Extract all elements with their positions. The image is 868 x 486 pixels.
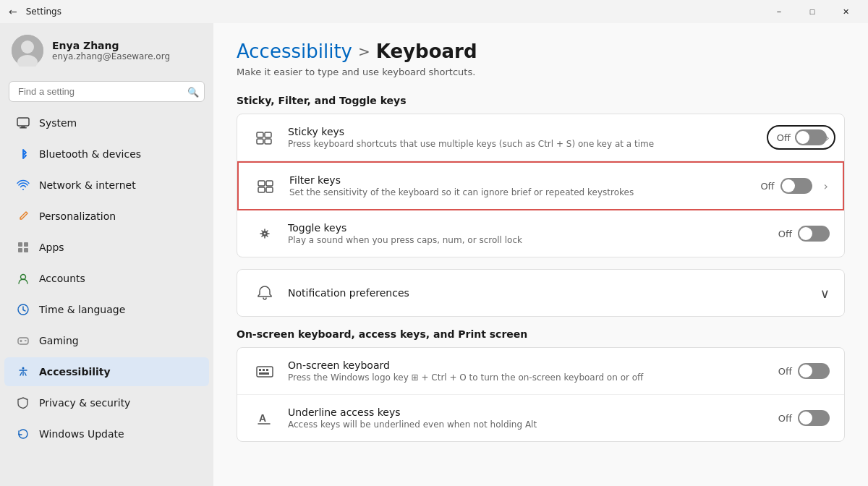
toggle-keys-icon — [252, 221, 278, 247]
gaming-icon — [16, 333, 30, 348]
underline-access-keys-row[interactable]: A Underline access keys Access keys will… — [237, 395, 844, 441]
toggle-keys-desc: Play a sound when you press caps, num, o… — [288, 235, 778, 245]
svg-rect-25 — [263, 369, 265, 371]
svg-rect-15 — [265, 132, 271, 137]
back-icon[interactable]: ← — [6, 6, 20, 17]
breadcrumb-parent[interactable]: Accessibility — [237, 40, 352, 62]
page-description: Make it easier to type and use keyboard … — [237, 67, 845, 77]
user-profile[interactable]: Enya Zhang enya.zhang@Easeware.org — [0, 23, 213, 78]
personalization-icon — [16, 209, 30, 223]
sidebar-item-label-apps: Apps — [39, 242, 64, 253]
toggle-keys-control: Off — [778, 226, 830, 242]
onscreen-keyboard-control: Off — [778, 363, 830, 379]
svg-rect-17 — [265, 139, 271, 144]
underline-access-keys-label: Underline access keys — [288, 406, 778, 418]
avatar — [12, 35, 43, 67]
sidebar-item-label-accessibility: Accessibility — [39, 366, 111, 378]
notification-text: Notification preferences — [288, 287, 820, 299]
filter-keys-row[interactable]: Filter keys Set the sensitivity of the k… — [237, 161, 844, 210]
sidebar-item-apps[interactable]: Apps — [4, 233, 209, 262]
sidebar-item-time[interactable]: Time & language — [4, 295, 209, 324]
sticky-filter-toggle-card: Off ➤ Sticky keys Press keyboard shortcu… — [237, 114, 845, 257]
close-button[interactable]: ✕ — [829, 0, 862, 23]
maximize-button[interactable]: □ — [796, 0, 829, 23]
sidebar-item-update[interactable]: Windows Update — [4, 419, 209, 448]
onscreen-keyboard-text: On-screen keyboard Press the Windows log… — [288, 359, 778, 383]
sidebar-item-bluetooth[interactable]: Bluetooth & devices — [4, 140, 209, 169]
svg-rect-5 — [20, 127, 27, 129]
toggle-keys-label: Toggle keys — [288, 222, 778, 234]
toggle-keys-toggle-label: Off — [778, 229, 792, 239]
update-icon — [16, 427, 30, 441]
user-name: Enya Zhang — [52, 40, 170, 51]
filter-keys-toggle-label: Off — [760, 181, 774, 192]
svg-rect-14 — [257, 132, 263, 137]
network-icon — [16, 178, 30, 192]
notification-row[interactable]: Notification preferences ∨ — [237, 270, 844, 316]
sidebar-item-network[interactable]: Network & internet — [4, 171, 209, 200]
onscreen-keyboard-desc: Press the Windows logo key ⊞ + Ctrl + O … — [288, 372, 778, 383]
svg-rect-3 — [17, 118, 29, 126]
filter-keys-label: Filter keys — [289, 174, 760, 186]
onscreen-keyboard-toggle[interactable] — [798, 363, 830, 379]
notification-icon — [252, 280, 278, 306]
breadcrumb-separator: > — [358, 43, 370, 60]
svg-rect-19 — [266, 181, 273, 186]
accounts-icon — [16, 271, 30, 286]
search-input[interactable] — [9, 81, 205, 102]
sidebar-item-personalization[interactable]: Personalization — [4, 202, 209, 231]
sticky-keys-text: Sticky keys Press keyboard shortcuts tha… — [288, 126, 733, 149]
sidebar-item-label-bluetooth: Bluetooth & devices — [39, 148, 141, 160]
minimize-button[interactable]: − — [762, 0, 796, 23]
sticky-keys-toggle-label: Off — [777, 132, 791, 143]
onscreen-keyboard-row[interactable]: On-screen keyboard Press the Windows log… — [237, 348, 844, 395]
sidebar-item-label-personalization: Personalization — [39, 210, 116, 222]
sticky-keys-toggle[interactable] — [795, 129, 827, 145]
filter-keys-chevron: › — [824, 179, 828, 193]
content-area: Accessibility > Keyboard Make it easier … — [213, 23, 868, 486]
svg-rect-23 — [257, 367, 273, 377]
filter-keys-toggle[interactable] — [780, 178, 812, 194]
sticky-keys-row[interactable]: Off ➤ Sticky keys Press keyboard shortcu… — [237, 114, 844, 161]
title-bar: ← Settings − □ ✕ — [0, 0, 868, 23]
svg-rect-21 — [266, 187, 273, 192]
sidebar-item-privacy[interactable]: Privacy & security — [4, 388, 209, 417]
sidebar-item-label-network: Network & internet — [39, 179, 136, 191]
svg-rect-24 — [259, 369, 261, 371]
sidebar-item-system[interactable]: System — [4, 108, 209, 137]
sticky-keys-label: Sticky keys — [288, 126, 733, 137]
user-email: enya.zhang@Easeware.org — [52, 51, 170, 61]
underline-access-keys-desc: Access keys will be underlined even when… — [288, 419, 778, 430]
underline-access-keys-toggle[interactable] — [798, 410, 830, 426]
svg-rect-18 — [258, 181, 265, 186]
onscreen-keyboard-label: On-screen keyboard — [288, 359, 778, 371]
search-icon: 🔍 — [187, 86, 199, 97]
system-icon — [16, 116, 30, 130]
svg-rect-26 — [266, 369, 268, 371]
sidebar-item-gaming[interactable]: Gaming — [4, 326, 209, 355]
svg-rect-6 — [18, 242, 22, 247]
sidebar-item-accounts[interactable]: Accounts — [4, 264, 209, 293]
user-info: Enya Zhang enya.zhang@Easeware.org — [52, 40, 170, 61]
svg-rect-9 — [24, 248, 28, 252]
sidebar-item-accessibility[interactable]: Accessibility — [4, 357, 209, 386]
window-controls: − □ ✕ — [762, 0, 862, 23]
filter-keys-control: Off › — [760, 178, 828, 194]
underline-access-keys-text: Underline access keys Access keys will b… — [288, 406, 778, 430]
toggle-keys-toggle[interactable] — [798, 226, 830, 242]
toggle-keys-row[interactable]: Toggle keys Play a sound when you press … — [237, 210, 844, 257]
svg-rect-8 — [18, 248, 22, 252]
sidebar-item-label-update: Windows Update — [39, 428, 124, 440]
underline-access-keys-toggle-label: Off — [778, 413, 792, 424]
notification-label: Notification preferences — [288, 287, 820, 299]
sidebar-item-label-accounts: Accounts — [39, 273, 85, 284]
search-container: 🔍 — [9, 81, 205, 102]
svg-rect-7 — [24, 242, 28, 247]
onscreen-keyboard-toggle-label: Off — [778, 366, 792, 377]
filter-keys-icon — [253, 173, 279, 199]
svg-rect-27 — [259, 372, 269, 375]
notification-expand-icon[interactable]: ∨ — [820, 286, 830, 301]
sidebar-item-label-system: System — [39, 117, 77, 129]
svg-point-1 — [21, 40, 34, 54]
time-icon — [16, 302, 30, 317]
